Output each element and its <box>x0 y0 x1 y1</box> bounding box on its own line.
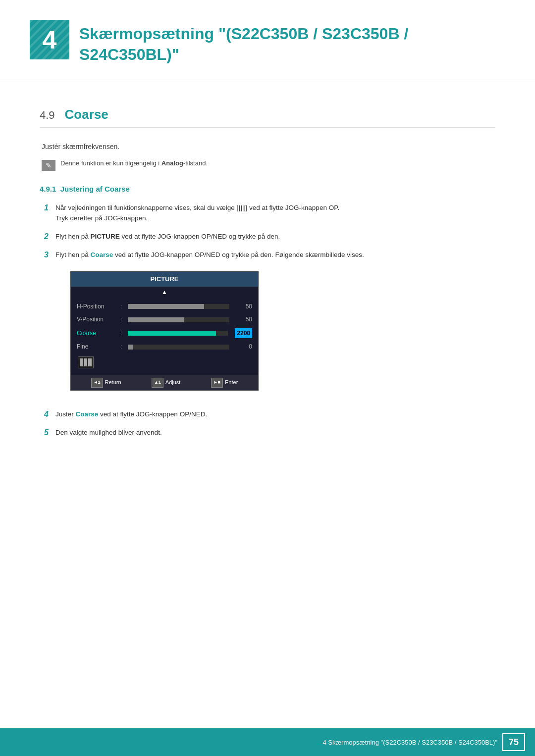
return-icon: ◄1 <box>91 378 103 388</box>
page-footer: 4 Skærmopsætning "(S22C350B / S23C350B /… <box>0 728 535 756</box>
hposition-bar <box>128 304 229 309</box>
enter-label: Enter <box>225 378 238 387</box>
section-title: Coarse <box>65 107 108 122</box>
adjust-button: ▲1 Adjust <box>152 378 181 388</box>
jog-icon <box>78 356 94 368</box>
header-separator <box>0 80 535 80</box>
menu-row-hposition: H-Position : 50 <box>71 300 258 313</box>
step-text-1: Når vejledningen til funktionsknapperne … <box>55 203 339 224</box>
step-5: 5 Den valgte mulighed bliver anvendt. <box>40 428 495 438</box>
coarse-label: Coarse <box>77 329 116 338</box>
page-number: 75 <box>502 733 525 751</box>
step-number-4: 4 <box>40 410 49 419</box>
chapter-number: 4 <box>43 27 57 52</box>
hposition-label: H-Position <box>77 302 116 311</box>
menu-rows: H-Position : 50 V-Position : <box>71 298 258 373</box>
intro-text: Justér skærmfrekvensen. <box>42 143 495 151</box>
page-header: 4 Skærmopsætning "(S22C350B / S23C350B /… <box>0 0 535 80</box>
hposition-value: 50 <box>236 302 252 311</box>
step-number-3: 3 <box>40 251 49 259</box>
vposition-fill <box>128 317 184 322</box>
step-number-1: 1 <box>40 203 49 212</box>
vposition-bar <box>128 317 229 322</box>
return-button: ◄1 Return <box>91 378 121 388</box>
adjust-label: Adjust <box>165 378 181 387</box>
vposition-label: V-Position <box>77 315 116 324</box>
chapter-number-box: 4 <box>30 20 69 59</box>
menu-arrow: ▲ <box>71 287 258 298</box>
subsection-heading: 4.9.1 Justering af Coarse <box>40 185 495 193</box>
step-number-5: 5 <box>40 428 49 437</box>
vposition-value: 50 <box>236 315 252 324</box>
step-text-5: Den valgte mulighed bliver anvendt. <box>55 428 162 438</box>
menu-title: PICTURE <box>71 272 258 287</box>
menu-row-coarse: Coarse : 2200 <box>71 326 258 341</box>
enter-icon: ►■ <box>211 378 223 388</box>
section-number: 4.9 <box>40 109 55 122</box>
fine-value: 0 <box>236 342 252 352</box>
step-2: 2 Flyt hen på PICTURE ved at flytte JOG-… <box>40 232 495 242</box>
step-3: 3 Flyt hen på Coarse ved at flytte JOG-k… <box>40 250 495 402</box>
coarse-value: 2200 <box>235 328 252 339</box>
note-box: Denne funktion er kun tilgængelig i Anal… <box>42 159 495 171</box>
fine-label: Fine <box>77 342 116 352</box>
return-label: Return <box>105 378 121 387</box>
note-icon <box>42 160 55 171</box>
menu-footer: ◄1 Return ▲1 Adjust ►■ Enter <box>71 375 258 390</box>
ui-mockup: PICTURE ▲ H-Position : 50 <box>70 271 259 391</box>
section-heading: 4.9 Coarse <box>40 107 495 128</box>
step-4: 4 Juster Coarse ved at flytte JOG-knappe… <box>40 409 495 420</box>
coarse-fill <box>128 331 216 336</box>
adjust-icon: ▲1 <box>152 378 163 388</box>
steps-list: 1 Når vejledningen til funktionsknappern… <box>40 203 495 438</box>
menu-row-fine: Fine : 0 <box>71 340 258 353</box>
fine-bar <box>128 345 229 350</box>
coarse-bar <box>128 331 228 336</box>
chapter-title: Skærmopsætning "(S22C350B / S23C350B / S… <box>79 20 505 65</box>
hposition-fill <box>128 304 204 309</box>
picture-menu: PICTURE ▲ H-Position : 50 <box>70 271 259 391</box>
main-content: 4.9 Coarse Justér skærmfrekvensen. Denne… <box>0 92 535 496</box>
step-text-4: Juster Coarse ved at flytte JOG-knappen … <box>55 409 207 420</box>
enter-button: ►■ Enter <box>211 378 238 388</box>
step-number-2: 2 <box>40 232 49 241</box>
step-1: 1 Når vejledningen til funktionsknappern… <box>40 203 495 224</box>
step-text-3: Flyt hen på Coarse ved at flytte JOG-kna… <box>55 250 495 402</box>
step-text-2: Flyt hen på PICTURE ved at flytte JOG-kn… <box>55 232 280 242</box>
fine-fill <box>128 345 133 350</box>
jog-icon-area <box>71 353 258 371</box>
footer-text: 4 Skærmopsætning "(S22C350B / S23C350B /… <box>0 739 502 746</box>
menu-row-vposition: V-Position : 50 <box>71 313 258 326</box>
note-text: Denne funktion er kun tilgængelig i Anal… <box>60 159 208 167</box>
